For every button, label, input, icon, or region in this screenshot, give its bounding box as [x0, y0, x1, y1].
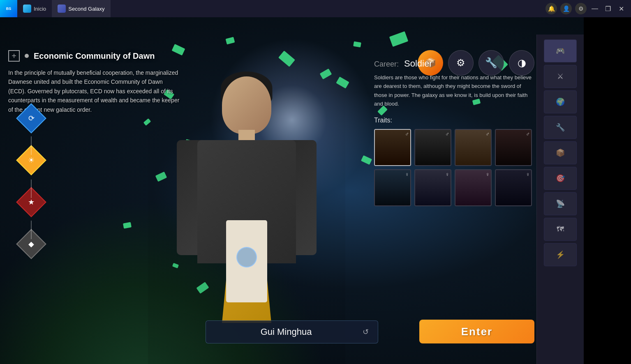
refresh-name-button[interactable]: ↺: [360, 326, 371, 338]
nav-ecd-button[interactable]: ⟳: [16, 103, 46, 134]
power-icon: ⚡: [556, 250, 565, 259]
career-header: Career: Soldier: [374, 58, 534, 69]
sidebar-tools-button[interactable]: 🔧: [544, 116, 577, 139]
gender-icon-f3: ♀: [485, 171, 490, 177]
name-input-container: ↺: [206, 320, 378, 343]
portrait-f1[interactable]: ♀: [374, 169, 411, 206]
sidebar-power-button[interactable]: ⚡: [544, 243, 577, 266]
tab-inicio-label: Inicio: [34, 6, 46, 12]
combat-icon: ⚔: [557, 72, 564, 81]
career-description: Soldiers are those who fight for their n…: [374, 73, 534, 108]
close-button[interactable]: ✕: [616, 4, 626, 14]
gender-icon-m1: ♂: [405, 131, 409, 137]
titlebar: BS Inicio Second Galaxy 🔔 👤 ⚙ — ❐ ✕: [0, 0, 631, 17]
character-display-area: [123, 17, 370, 364]
gender-icon-m3: ♂: [485, 131, 490, 137]
nav-line-2: [31, 180, 32, 198]
char-head: [222, 76, 271, 134]
account-icon[interactable]: 👤: [560, 3, 572, 14]
portrait-m4[interactable]: ♂: [495, 129, 532, 166]
career-panel: Career: Soldier Soldiers are those who f…: [374, 58, 534, 206]
empire-icon: ☀: [28, 156, 35, 165]
nav-line-1: [31, 136, 32, 155]
portrait-grid: ♂ ♂ ♂ ♂ ♀: [374, 129, 534, 206]
gender-icon-f2: ♀: [445, 171, 449, 177]
minimize-button[interactable]: —: [590, 4, 600, 14]
sidebar-home-button[interactable]: 🎮: [544, 39, 577, 62]
tab-game-label: Second Galaxy: [68, 6, 104, 12]
galaxy-icon: [58, 5, 66, 13]
sidebar-inventory-button[interactable]: 📦: [544, 141, 577, 164]
tab-inicio[interactable]: Inicio: [17, 0, 52, 17]
character-name-input[interactable]: [213, 327, 360, 337]
gender-icon-f4: ♀: [526, 171, 530, 177]
career-value: Soldier: [404, 58, 432, 69]
nav-line-3: [31, 221, 32, 239]
logo-text: BS: [6, 7, 12, 11]
ecd-icon: ⟳: [28, 114, 35, 123]
portrait-m1[interactable]: ♂: [374, 129, 411, 166]
character-body: [169, 68, 325, 364]
right-sidebar: 🎮 ⚔ 🌍 🔧 📦 🎯 📡 🗺 ⚡: [536, 35, 584, 364]
portrait-m2[interactable]: ♂: [414, 129, 451, 166]
portrait-f3[interactable]: ♀: [455, 169, 492, 206]
portrait-m3[interactable]: ♂: [455, 129, 492, 166]
add-faction-button[interactable]: +: [8, 50, 20, 62]
character-name-bar: ↺: [206, 320, 378, 343]
chest-logo: [236, 247, 257, 267]
sidebar-signal-button[interactable]: 📡: [544, 192, 577, 215]
career-label: Career:: [374, 60, 399, 68]
sidebar-map-button[interactable]: 🗺: [544, 218, 577, 241]
sidebar-inventory-icon: 📦: [556, 148, 565, 157]
star-icon: ★: [28, 198, 35, 207]
sidebar-tools-icon: 🔧: [556, 123, 565, 132]
faction-bullet: [25, 54, 29, 58]
tab-second-galaxy[interactable]: Second Galaxy: [52, 0, 110, 17]
sidebar-target-button[interactable]: 🎯: [544, 167, 577, 190]
inicio-icon: [23, 5, 31, 13]
gender-icon-f1: ♀: [405, 171, 409, 177]
bluestacks-logo: BS: [0, 0, 17, 17]
map-icon: 🗺: [557, 225, 564, 234]
character-figure: [148, 44, 345, 364]
sidebar-world-button[interactable]: 🌍: [544, 90, 577, 113]
traits-label: Traits:: [374, 117, 534, 124]
enter-button[interactable]: Enter: [419, 320, 534, 343]
game-area: + Economic Community of Dawn In the prin…: [0, 17, 584, 364]
portrait-f4[interactable]: ♀: [495, 169, 532, 206]
gender-icon-m2: ♂: [445, 131, 449, 137]
char-torso: [197, 140, 296, 263]
gender-icon-m4: ♂: [526, 131, 530, 137]
signal-icon: 📡: [556, 199, 565, 208]
portrait-f2[interactable]: ♀: [414, 169, 451, 206]
portrait-row-male: ♂ ♂ ♂ ♂: [374, 129, 534, 166]
maximize-button[interactable]: ❐: [603, 4, 613, 14]
target-icon: 🎯: [556, 174, 565, 183]
notification-icon[interactable]: 🔔: [545, 3, 557, 14]
world-icon: 🌍: [556, 97, 565, 106]
portrait-row-female: ♀ ♀ ♀ ♀: [374, 169, 534, 206]
home-icon: 🎮: [556, 46, 565, 55]
misc-icon: ◆: [28, 240, 34, 249]
settings-icon[interactable]: ⚙: [575, 3, 587, 14]
titlebar-controls: 🔔 👤 ⚙ — ❐ ✕: [545, 3, 631, 14]
sidebar-combat-button[interactable]: ⚔: [544, 65, 577, 88]
